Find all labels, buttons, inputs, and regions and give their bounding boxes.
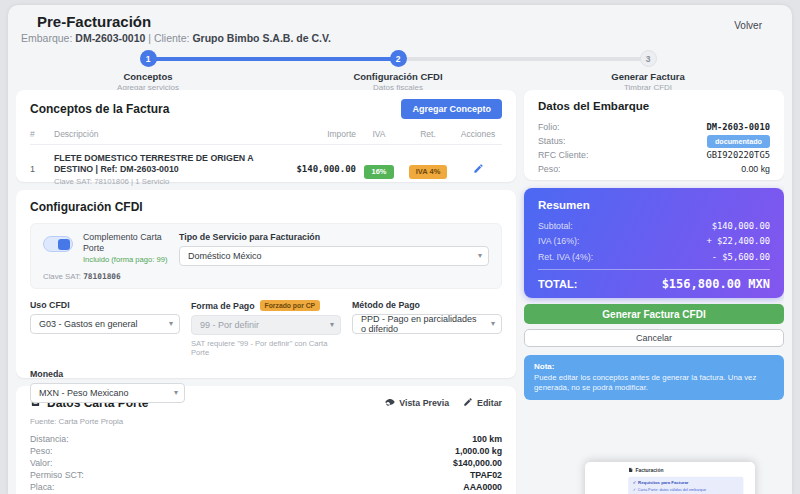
kv-row-distancia: Distancia: 100 km <box>30 433 502 445</box>
agregar-concepto-button[interactable]: Agregar Concepto <box>401 99 502 119</box>
editar-label: Editar <box>477 398 502 408</box>
kv-row-placa: Placa: AAA0000 <box>30 481 502 493</box>
row-detalle: Clave SAT: 78101806 | 1 Servicio <box>54 177 268 186</box>
conceptos-title: Conceptos de la Factura <box>30 102 169 116</box>
subtotal-value: $140,000.00 <box>712 221 770 231</box>
step-generar[interactable]: 3 Generar Factura Timbrar CFDI <box>568 50 728 92</box>
kv-row-peso: Peso: 1,000.00 kg <box>30 445 502 457</box>
vista-previa-label: Vista Previa <box>399 398 449 408</box>
fuente-label: Fuente: Carta Porte Propia <box>30 417 502 426</box>
retencion-label: Ret. IVA (4%): <box>538 252 593 262</box>
cliente-label: | Cliente: <box>148 32 189 44</box>
kv-label: Valor: <box>30 458 52 468</box>
moneda-label: Moneda <box>30 369 185 379</box>
datos-embarque-card: Datos del Embarque Folio: DM-2603-0010 S… <box>524 90 784 180</box>
step-3-circle: 3 <box>640 50 657 67</box>
edit-concepto-button[interactable] <box>473 162 484 177</box>
carta-porte-toggle[interactable] <box>43 236 73 252</box>
status-badge: documentado <box>707 135 770 148</box>
right-column: Datos del Embarque Folio: DM-2603-0010 S… <box>524 90 784 494</box>
peso-label: Peso: <box>538 164 561 174</box>
chevron-down-icon: ▾ <box>330 320 334 329</box>
kv-label: Peso: <box>30 446 53 456</box>
resumen-divider <box>538 269 770 270</box>
invoice-icon <box>628 467 633 473</box>
metodo-pago-value: PPD - Pago en parcialidades o diferido <box>361 314 483 334</box>
main-panel: Pre-Facturación Embarque: DM-2603-0010 |… <box>8 5 792 494</box>
clave-sat: Clave SAT: 78101806 <box>43 272 489 281</box>
metodo-pago-select[interactable]: PPD - Pago en parcialidades o diferido ▾ <box>352 314 502 334</box>
forma-pago-select[interactable]: 99 - Por definir ▾ <box>191 315 341 335</box>
page-subtitle: Embarque: DM-2603-0010 | Cliente: Grupo … <box>21 32 331 44</box>
forma-pago-value: 99 - Por definir <box>200 320 259 330</box>
tipo-servicio-value: Doméstico México <box>188 251 262 261</box>
page-title: Pre-Facturación <box>37 13 151 30</box>
generar-factura-button[interactable]: Generar Factura CFDI <box>524 304 784 324</box>
mini-preview-window[interactable]: Facturación ✓Requisitos para Facturar ✓C… <box>585 462 755 494</box>
resumen-row-subtotal: Subtotal: $140,000.00 <box>538 218 770 234</box>
chevron-down-icon: ▾ <box>491 319 495 328</box>
row-descripcion: FLETE DOMESTICO TERRESTRE DE ORIGEN A DE… <box>54 153 268 175</box>
kv-value: TPAF02 <box>470 470 502 480</box>
step-2-label: Configuración CFDI <box>318 71 478 82</box>
kv-label: Placa: <box>30 482 54 492</box>
carta-porte-box: Complemento Carta Porte Incluido (forma … <box>30 223 502 289</box>
status-label: Status: <box>538 136 565 146</box>
step-1-circle: 1 <box>140 50 157 67</box>
carta-porte-label: Complemento Carta Porte <box>83 232 169 253</box>
uso-cfdi-value: G03 - Gastos en general <box>39 319 138 329</box>
back-link[interactable]: Volver <box>734 20 762 31</box>
content-area: Conceptos de la Factura Agregar Concepto… <box>16 90 784 494</box>
step-conceptos[interactable]: 1 Conceptos Agregar servicios <box>68 50 228 92</box>
forma-pago-label: Forma de Pago <box>191 301 255 311</box>
pencil-icon <box>463 397 473 409</box>
cancelar-button[interactable]: Cancelar <box>524 329 784 347</box>
resumen-total-row: TOTAL: $156,800.00 MXN <box>538 277 770 291</box>
eye-icon <box>385 397 395 409</box>
embarque-row-status: Status: documentado <box>538 134 770 148</box>
configuracion-cfdi-card: Configuración CFDI Complemento Carta Por… <box>16 190 516 378</box>
embarque-row-rfc: RFC Cliente: GBI920220TG5 <box>538 148 770 162</box>
kv-row-permiso: Permiso SCT: TPAF02 <box>30 469 502 481</box>
resumen-row-retencion: Ret. IVA (4%): - $5,600.00 <box>538 249 770 265</box>
clave-sat-value: 78101806 <box>83 272 121 281</box>
col-acciones: Acciones <box>454 129 502 139</box>
embarque-card-title: Datos del Embarque <box>538 100 770 112</box>
uso-cfdi-select[interactable]: G03 - Gastos en general ▾ <box>30 314 180 334</box>
rfc-label: RFC Cliente: <box>538 150 588 160</box>
moneda-select[interactable]: MXN - Peso Mexicano ▾ <box>30 383 185 403</box>
peso-value: 0.00 kg <box>741 164 770 174</box>
resumen-row-iva: IVA (16%): + $22,400.00 <box>538 234 770 250</box>
configuracion-title: Configuración CFDI <box>30 200 502 214</box>
moneda-value: MXN - Peso Mexicano <box>39 388 129 398</box>
row-number: 1 <box>30 164 54 174</box>
note-box: Nota: Puede editar los conceptos antes d… <box>524 355 784 400</box>
kv-value: $140,000.00 <box>453 458 502 468</box>
col-importe: Importe <box>274 129 356 139</box>
vista-previa-button[interactable]: Vista Previa <box>385 397 449 409</box>
total-value: $156,800.00 MXN <box>662 277 770 291</box>
carta-porte-sublabel: Incluido (forma pago: 99) <box>83 255 169 264</box>
iva-value: + $22,400.00 <box>706 236 770 246</box>
kv-label: Permiso SCT: <box>30 470 84 480</box>
embarque-value: DM-2603-0010 <box>75 32 145 44</box>
iva-badge: 16% <box>364 165 393 179</box>
col-ret: Ret. <box>402 129 454 139</box>
editar-button[interactable]: Editar <box>463 397 502 409</box>
chevron-down-icon: ▾ <box>478 251 482 260</box>
chevron-down-icon: ▾ <box>174 388 178 397</box>
col-descripcion: Descripción <box>54 129 274 139</box>
subtotal-label: Subtotal: <box>538 221 573 231</box>
tipo-servicio-select[interactable]: Doméstico México ▾ <box>179 246 489 266</box>
embarque-label: Embarque: <box>21 32 72 44</box>
total-label: TOTAL: <box>538 278 577 290</box>
mini-title: Facturación <box>635 468 663 473</box>
embarque-row-peso: Peso: 0.00 kg <box>538 162 770 176</box>
step-configuracion[interactable]: 2 Configuración CFDI Datos fiscales <box>318 50 478 92</box>
check-icon: ✓ <box>633 480 637 485</box>
step-1-label: Conceptos <box>68 71 228 82</box>
step-2-circle: 2 <box>390 50 407 67</box>
uso-cfdi-label: Uso CFDI <box>30 300 180 310</box>
kv-value: AAA0000 <box>463 482 502 492</box>
check-icon: ✓ <box>633 487 636 492</box>
